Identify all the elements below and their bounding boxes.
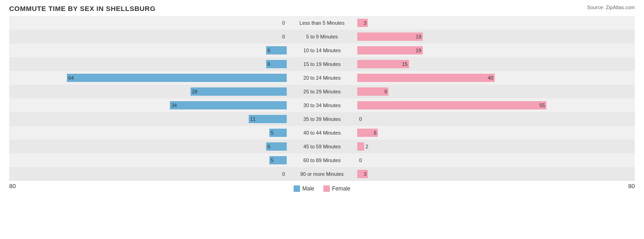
row-label: 40 to 44 Minutes <box>288 130 356 136</box>
female-value: 2 <box>366 144 368 149</box>
row-label: 35 to 39 Minutes <box>288 116 356 122</box>
male-value: 0 <box>282 20 285 26</box>
female-bar: 40 <box>357 74 495 82</box>
right-bar-area: 19 <box>356 43 635 57</box>
female-bar: 15 <box>357 60 409 68</box>
chart-title: COMMUTE TIME BY SEX IN SHELLSBURG <box>9 5 635 12</box>
row-label: 5 to 9 Minutes <box>288 34 356 39</box>
female-value: 0 <box>359 158 362 163</box>
male-value: 5 <box>271 158 273 163</box>
male-value: 0 <box>282 171 285 177</box>
axis-left: 80 <box>9 183 16 192</box>
row-label: 45 to 59 Minutes <box>288 144 356 149</box>
axis-right: 80 <box>628 183 635 192</box>
left-bar-area: 5 <box>9 126 288 140</box>
female-value: 3 <box>364 171 366 177</box>
left-bar-area: 0 <box>9 30 288 43</box>
male-bar: 6 <box>266 142 287 151</box>
male-value: 34 <box>171 103 177 108</box>
female-bar <box>357 142 364 151</box>
left-bar-area: 5 <box>9 153 288 167</box>
female-bar: 6 <box>357 129 378 137</box>
female-value: 6 <box>374 130 377 136</box>
right-bar-area: 3 <box>356 167 635 181</box>
female-value: 19 <box>416 34 421 39</box>
right-bar-area: 2 <box>356 140 635 153</box>
female-bar: 3 <box>357 19 368 27</box>
chart-rows: 0 Less than 5 Minutes 3 0 5 to 9 Minutes… <box>9 16 635 181</box>
right-bar-area: 40 <box>356 71 635 85</box>
female-value: 3 <box>364 20 366 26</box>
table-row: 5 60 to 89 Minutes 0 <box>9 153 635 167</box>
table-row: 28 25 to 29 Minutes 9 <box>9 85 635 98</box>
female-value: 55 <box>540 103 545 108</box>
right-bar-area: 9 <box>356 85 635 98</box>
left-bar-area: 11 <box>9 112 288 126</box>
left-bar-area: 64 <box>9 71 288 85</box>
left-bar-area: 34 <box>9 98 288 112</box>
male-bar: 64 <box>67 74 287 82</box>
female-value: 40 <box>488 75 493 81</box>
male-bar: 5 <box>269 156 287 164</box>
female-value: 9 <box>384 89 387 94</box>
table-row: 5 40 to 44 Minutes 6 <box>9 126 635 140</box>
left-bar-area: 6 <box>9 57 288 71</box>
table-row: 0 5 to 9 Minutes 19 <box>9 30 635 43</box>
female-bar: 55 <box>357 101 546 109</box>
row-label: 90 or more Minutes <box>288 171 356 177</box>
male-bar: 6 <box>266 46 287 54</box>
row-label: 60 to 89 Minutes <box>288 158 356 163</box>
legend-male-label: Male <box>302 185 314 192</box>
left-bar-area: 0 <box>9 16 288 30</box>
female-value: 0 <box>359 116 362 122</box>
left-bar-area: 28 <box>9 85 288 98</box>
female-bar: 9 <box>357 87 388 96</box>
table-row: 6 45 to 59 Minutes 2 <box>9 140 635 153</box>
table-row: 34 30 to 34 Minutes 55 <box>9 98 635 112</box>
male-bar: 28 <box>191 87 287 96</box>
legend-female-label: Female <box>332 185 350 192</box>
axis-labels: 80 Male Female 80 <box>9 183 635 192</box>
table-row: 0 90 or more Minutes 3 <box>9 167 635 181</box>
right-bar-area: 6 <box>356 126 635 140</box>
legend-female-box <box>323 185 330 192</box>
row-label: 25 to 29 Minutes <box>288 89 356 94</box>
row-label: 20 to 24 Minutes <box>288 75 356 81</box>
row-label: 10 to 14 Minutes <box>288 48 356 53</box>
table-row: 6 10 to 14 Minutes 19 <box>9 43 635 57</box>
female-value: 19 <box>416 48 421 53</box>
male-value: 64 <box>68 75 74 81</box>
male-value: 6 <box>267 48 270 53</box>
right-bar-area: 0 <box>356 112 635 126</box>
right-bar-area: 0 <box>356 153 635 167</box>
female-bar: 19 <box>357 46 423 54</box>
source-label: Source: ZipAtlas.com <box>587 5 635 10</box>
male-bar: 5 <box>269 129 287 137</box>
table-row: 0 Less than 5 Minutes 3 <box>9 16 635 30</box>
table-row: 64 20 to 24 Minutes 40 <box>9 71 635 85</box>
left-bar-area: 6 <box>9 140 288 153</box>
male-value: 0 <box>282 34 285 39</box>
table-row: 11 35 to 39 Minutes 0 <box>9 112 635 126</box>
male-bar: 11 <box>249 115 287 123</box>
row-label: Less than 5 Minutes <box>288 20 356 26</box>
legend-female: Female <box>323 185 350 192</box>
female-bar: 19 <box>357 33 423 41</box>
left-bar-area: 6 <box>9 43 288 57</box>
male-value: 28 <box>192 89 197 94</box>
female-value: 15 <box>402 61 408 67</box>
male-value: 5 <box>271 130 273 136</box>
row-label: 30 to 34 Minutes <box>288 103 356 108</box>
male-bar: 6 <box>266 60 287 68</box>
right-bar-area: 19 <box>356 30 635 43</box>
legend-male-box <box>294 185 300 192</box>
male-bar: 34 <box>170 101 287 109</box>
chart-container: COMMUTE TIME BY SEX IN SHELLSBURG Source… <box>0 0 644 239</box>
left-bar-area: 0 <box>9 167 288 181</box>
right-bar-area: 55 <box>356 98 635 112</box>
male-value: 11 <box>250 116 256 122</box>
male-value: 6 <box>267 144 270 149</box>
male-value: 6 <box>267 61 270 67</box>
row-label: 15 to 19 Minutes <box>288 61 356 67</box>
table-row: 6 15 to 19 Minutes 15 <box>9 57 635 71</box>
